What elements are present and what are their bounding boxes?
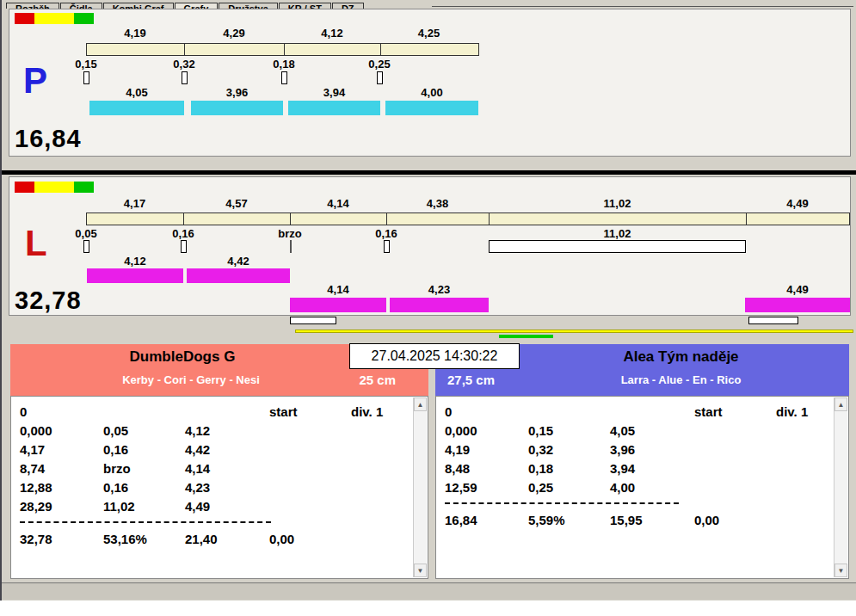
tab-dru-stva[interactable]: Družstva [219, 3, 277, 9]
tab-kombi-graf[interactable]: Kombi Graf [103, 3, 174, 9]
exchange-value-label: 0,18 [260, 58, 308, 71]
run-value-label: 4,23 [390, 283, 489, 296]
table-cell: 8,74 [20, 459, 103, 478]
separator-dashes [20, 521, 271, 525]
table-cell [269, 440, 351, 459]
table-cell: start [694, 403, 776, 422]
table-row: 28,2911,024,49 [11, 497, 412, 516]
tab-kr-st[interactable]: KR / ST [279, 3, 331, 9]
scrollbar[interactable]: ▲ ▼ [834, 397, 847, 577]
exchange-tick [384, 240, 390, 253]
status-light [34, 182, 54, 193]
panel-separator [2, 170, 856, 175]
status-lights [15, 13, 94, 24]
tab-dz[interactable]: DZ [332, 3, 364, 9]
table-cell: 0 [20, 403, 103, 422]
separator-dashes [445, 502, 679, 506]
run-bar [87, 268, 183, 283]
segment-value-label: 11,02 [489, 197, 746, 210]
table-cell [269, 422, 351, 440]
table-cell: div. 1 [351, 403, 412, 422]
status-light [54, 182, 74, 193]
exchange-value-label: 0,16 [159, 227, 207, 240]
partial-bar-left [290, 317, 336, 324]
table-cell [269, 478, 351, 497]
table-cell: 8,48 [445, 459, 528, 478]
status-light [15, 13, 34, 24]
table-cell: brzo [103, 459, 185, 478]
exchange-ticks [9, 71, 850, 87]
scroll-down-arrow-icon[interactable]: ▼ [834, 564, 847, 577]
tab-idla[interactable]: Čidla [60, 3, 102, 9]
table-cell [269, 459, 351, 478]
table-cell [776, 478, 833, 497]
scroll-up-arrow-icon[interactable]: ▲ [414, 397, 427, 411]
run-value-label: 4,12 [87, 255, 183, 268]
table-cell [694, 478, 776, 497]
table-cell: 3,96 [610, 440, 694, 459]
tab-rozb-h[interactable]: Rozběh [6, 3, 59, 9]
table-cell [776, 511, 833, 530]
table-cell: 3,94 [610, 459, 694, 478]
tab-strip-edge [432, 6, 853, 7]
table-cell: 4,12 [185, 422, 269, 440]
datetime-display: 27.04.2025 14:30:22 [349, 343, 520, 369]
run-labels-row2: 4,144,234,49 [9, 283, 850, 299]
table-cell: 0,05 [103, 422, 185, 440]
table-cell: 12,59 [445, 478, 528, 497]
exchange-value-label: 0,32 [160, 58, 208, 71]
table-cell [351, 422, 412, 440]
run-bar [745, 298, 850, 312]
tab-grafy[interactable]: Grafy [175, 3, 219, 9]
status-lights [15, 182, 94, 193]
table-cell: 28,29 [20, 497, 103, 516]
segment-bar [86, 43, 479, 56]
table-cell [610, 403, 694, 422]
exchange-tick [181, 240, 187, 253]
table-cell: 0,15 [528, 422, 610, 440]
table-row: 12,880,164,23 [11, 478, 412, 497]
scrollbar[interactable]: ▲ ▼ [413, 397, 427, 577]
table-cell: 0,000 [445, 422, 528, 440]
status-light [74, 182, 94, 193]
team-right-height: 27,5 cm [447, 373, 495, 387]
table-row: 12,590,254,00 [436, 478, 833, 497]
graph-panel-l: 4,174,574,144,3811,024,49 0,050,16brzo0,… [9, 176, 851, 316]
table-row: 0startdiv. 1 [436, 403, 833, 422]
table-cell: 12,88 [20, 478, 103, 497]
table-row: 0,0000,154,05 [436, 422, 833, 440]
table-row: 32,7853,16%21,400,00 [11, 530, 412, 549]
segment-bar-part [185, 44, 285, 55]
scroll-up-arrow-icon[interactable]: ▲ [834, 397, 847, 411]
table-cell [776, 440, 833, 459]
table-cell: 0,16 [103, 478, 185, 497]
table-cell: div. 1 [776, 403, 833, 422]
table-cell: 5,59% [528, 511, 610, 530]
table-cell [351, 478, 412, 497]
table-cell [694, 440, 776, 459]
table-cell [185, 403, 269, 422]
table-row: 16,845,59%15,950,00 [436, 511, 833, 530]
run-bar [187, 268, 290, 283]
table-row: 8,480,183,94 [436, 459, 833, 478]
segment-bar-part [285, 44, 381, 55]
segment-bar-part [746, 213, 851, 225]
segment-bar-part [87, 44, 185, 55]
panel-total: 32,78 [15, 286, 82, 315]
table-cell [351, 530, 412, 549]
table-cell: 0,25 [528, 478, 610, 497]
team-left-score-panel[interactable]: 0startdiv. 10,0000,054,124,170,164,428,7… [10, 396, 428, 579]
table-cell: 0,18 [528, 459, 610, 478]
segment-value-label: 4,49 [745, 197, 850, 210]
exchange-value-label: 0,05 [62, 227, 110, 240]
table-cell [351, 497, 412, 516]
scroll-down-arrow-icon[interactable]: ▼ [414, 564, 427, 577]
exchange-value-label: 0,16 [362, 227, 410, 240]
table-cell: 4,23 [185, 478, 269, 497]
table-cell: 16,84 [445, 511, 528, 530]
team-right-score-panel[interactable]: 0startdiv. 10,0000,154,054,190,323,968,4… [435, 396, 849, 579]
run-bar [390, 298, 489, 312]
exchange-ticks [9, 240, 850, 256]
table-cell: start [269, 403, 351, 422]
segment-bar-part [380, 44, 479, 55]
